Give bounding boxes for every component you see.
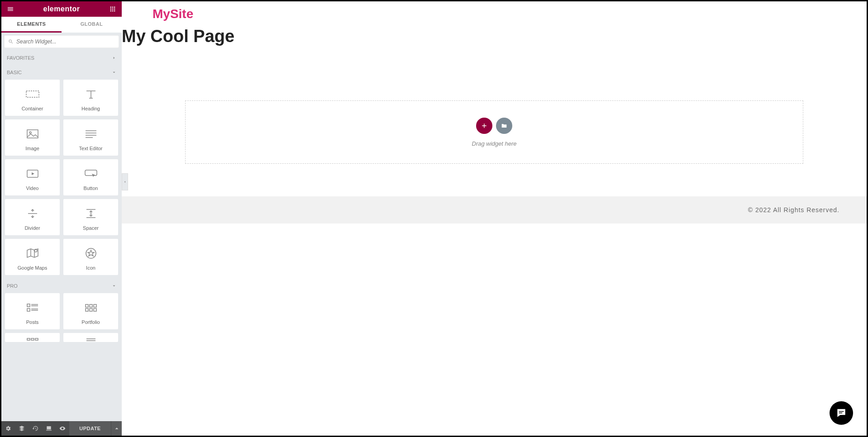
collapse-sidebar-button[interactable] bbox=[122, 173, 128, 190]
chevron-right-icon bbox=[112, 56, 116, 60]
tab-global[interactable]: GLOBAL bbox=[62, 17, 122, 33]
drop-area[interactable]: Drag widget here bbox=[185, 100, 803, 164]
search-widget[interactable] bbox=[4, 35, 119, 48]
svg-rect-13 bbox=[85, 170, 97, 176]
svg-rect-24 bbox=[27, 338, 30, 340]
svg-rect-10 bbox=[27, 130, 38, 138]
heading-icon bbox=[85, 86, 97, 102]
posts-icon bbox=[26, 299, 39, 316]
widget-label: Google Maps bbox=[18, 265, 47, 271]
divider-icon bbox=[26, 205, 39, 222]
container-icon bbox=[26, 86, 39, 102]
svg-rect-3 bbox=[110, 9, 111, 10]
widget-container[interactable]: Container bbox=[5, 80, 60, 116]
preview-icon[interactable] bbox=[56, 421, 69, 436]
update-options-icon[interactable] bbox=[111, 421, 122, 436]
svg-rect-20 bbox=[94, 304, 96, 307]
category-pro[interactable]: PRO bbox=[1, 279, 122, 293]
star-icon bbox=[85, 245, 97, 261]
site-title[interactable]: MySite bbox=[122, 1, 867, 25]
widget-label: Portfolio bbox=[81, 319, 100, 325]
search-input[interactable] bbox=[16, 38, 115, 45]
widget-image[interactable]: Image bbox=[5, 119, 60, 156]
svg-rect-18 bbox=[86, 304, 88, 307]
widget-portfolio[interactable]: Portfolio bbox=[63, 293, 118, 329]
spacer-icon bbox=[86, 205, 96, 222]
widgets-scroll[interactable]: FAVORITES BASIC Container Heading Im bbox=[1, 51, 122, 421]
widget-label: Divider bbox=[24, 225, 40, 231]
svg-rect-23 bbox=[94, 309, 96, 311]
svg-rect-5 bbox=[114, 9, 115, 10]
widget-posts[interactable]: Posts bbox=[5, 293, 60, 329]
category-label: BASIC bbox=[7, 70, 22, 75]
widget-label: Container bbox=[22, 106, 43, 111]
svg-rect-1 bbox=[112, 7, 113, 8]
svg-point-11 bbox=[29, 132, 31, 133]
svg-rect-25 bbox=[31, 338, 34, 340]
svg-rect-4 bbox=[112, 9, 113, 10]
svg-rect-17 bbox=[27, 309, 30, 311]
menu-icon[interactable] bbox=[6, 5, 15, 14]
svg-rect-19 bbox=[90, 304, 92, 307]
video-icon bbox=[26, 166, 39, 182]
svg-rect-8 bbox=[114, 10, 115, 11]
sidebar-tabs: ELEMENTS GLOBAL bbox=[1, 17, 122, 33]
map-icon bbox=[26, 245, 39, 261]
pro-widget-grid: Posts Portfolio bbox=[1, 293, 122, 346]
widget-extra-2[interactable] bbox=[63, 333, 118, 342]
chat-icon bbox=[835, 407, 847, 419]
site-footer: © 2022 All Rights Reserved. bbox=[122, 196, 867, 223]
widget-text-editor[interactable]: Text Editor bbox=[63, 119, 118, 156]
gallery-icon bbox=[26, 337, 39, 342]
navigator-icon[interactable] bbox=[15, 421, 29, 436]
svg-rect-22 bbox=[90, 309, 92, 311]
widget-label: Spacer bbox=[83, 225, 99, 231]
chevron-left-icon bbox=[123, 180, 127, 184]
svg-rect-21 bbox=[86, 309, 88, 311]
widget-video[interactable]: Video bbox=[5, 159, 60, 195]
chat-button[interactable] bbox=[830, 401, 853, 425]
chevron-down-icon bbox=[112, 70, 116, 75]
tab-elements[interactable]: ELEMENTS bbox=[1, 17, 62, 33]
responsive-icon[interactable] bbox=[42, 421, 56, 436]
editor-canvas: MySite My Cool Page Drag widget here © 2… bbox=[122, 1, 867, 436]
svg-rect-16 bbox=[27, 304, 30, 307]
svg-rect-6 bbox=[110, 10, 111, 11]
add-section-button[interactable] bbox=[476, 118, 492, 134]
sidebar-footer: UPDATE bbox=[1, 421, 122, 436]
drop-buttons bbox=[476, 118, 512, 134]
widget-google-maps[interactable]: Google Maps bbox=[5, 239, 60, 275]
widget-spacer[interactable]: Spacer bbox=[63, 199, 118, 235]
button-icon bbox=[84, 166, 98, 182]
widget-extra-1[interactable] bbox=[5, 333, 60, 342]
svg-rect-2 bbox=[114, 7, 115, 8]
history-icon[interactable] bbox=[29, 421, 42, 436]
category-basic[interactable]: BASIC bbox=[1, 65, 122, 80]
elementor-logo: elementor bbox=[43, 5, 80, 13]
image-icon bbox=[26, 126, 39, 142]
form-icon bbox=[85, 337, 97, 342]
add-template-button[interactable] bbox=[496, 118, 512, 134]
elementor-sidebar: elementor ELEMENTS GLOBAL FAVORITES BASI… bbox=[1, 1, 122, 436]
widget-button[interactable]: Button bbox=[63, 159, 118, 195]
sidebar-header: elementor bbox=[1, 1, 122, 17]
widget-divider[interactable]: Divider bbox=[5, 199, 60, 235]
svg-rect-0 bbox=[110, 7, 111, 8]
update-button[interactable]: UPDATE bbox=[69, 421, 111, 436]
category-label: FAVORITES bbox=[7, 55, 34, 61]
widget-label: Video bbox=[26, 185, 39, 191]
apps-icon[interactable] bbox=[108, 5, 117, 14]
widget-label: Text Editor bbox=[79, 146, 103, 151]
widget-label: Posts bbox=[26, 319, 39, 325]
portfolio-icon bbox=[85, 299, 97, 316]
settings-icon[interactable] bbox=[1, 421, 15, 436]
widget-icon[interactable]: Icon bbox=[63, 239, 118, 275]
text-editor-icon bbox=[85, 126, 97, 142]
search-icon bbox=[8, 39, 14, 44]
widget-heading[interactable]: Heading bbox=[63, 80, 118, 116]
svg-rect-9 bbox=[26, 91, 39, 97]
basic-widget-grid: Container Heading Image Text Editor Vide… bbox=[1, 80, 122, 279]
chevron-down-icon bbox=[112, 284, 116, 288]
drop-text: Drag widget here bbox=[472, 140, 517, 147]
category-favorites[interactable]: FAVORITES bbox=[1, 51, 122, 65]
